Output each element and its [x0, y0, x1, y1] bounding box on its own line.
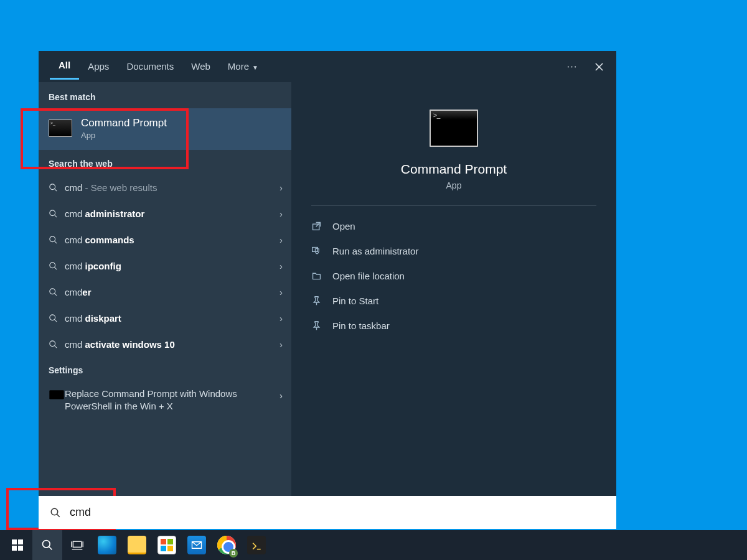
- shield-icon: [311, 246, 322, 256]
- best-match-heading: Best match: [39, 90, 291, 108]
- tab-documents[interactable]: Documents: [118, 55, 182, 79]
- web-result[interactable]: cmd diskpart ›: [39, 306, 291, 332]
- web-result-label: cmd administrator: [65, 208, 280, 219]
- svg-point-13: [50, 289, 55, 294]
- svg-rect-30: [12, 546, 17, 551]
- folder-icon: [311, 271, 322, 281]
- svg-line-8: [54, 215, 57, 217]
- svg-point-5: [50, 184, 55, 190]
- chevron-right-icon: ›: [280, 390, 283, 401]
- start-button[interactable]: [2, 530, 32, 560]
- action-pin-to-start[interactable]: Pin to Start: [311, 288, 596, 313]
- taskbar-app-file-explorer[interactable]: [122, 530, 152, 560]
- close-button[interactable]: [588, 55, 610, 78]
- web-result-label: cmd activate windows 10: [65, 339, 280, 350]
- svg-point-9: [50, 236, 55, 242]
- search-icon: [49, 340, 58, 349]
- svg-rect-28: [12, 539, 17, 544]
- web-result[interactable]: cmd ipconfig ›: [39, 253, 291, 279]
- command-prompt-icon: [430, 110, 478, 147]
- web-result-label: cmd ipconfig: [65, 261, 280, 271]
- settings-result[interactable]: Replace Command Prompt with Windows Powe…: [39, 381, 291, 419]
- action-run-as-administrator[interactable]: Run as administrator: [311, 238, 596, 263]
- web-result[interactable]: cmd activate windows 10 ›: [39, 332, 291, 358]
- details-subtitle: App: [311, 180, 596, 190]
- svg-point-1: [571, 66, 572, 67]
- web-result[interactable]: cmd administrator ›: [39, 201, 291, 227]
- search-icon: [49, 209, 58, 218]
- tab-all[interactable]: All: [50, 54, 79, 80]
- search-icon: [50, 507, 61, 518]
- svg-point-26: [51, 508, 58, 515]
- settings-heading: Settings: [39, 363, 291, 381]
- web-result-label: cmd commands: [65, 235, 280, 245]
- web-result[interactable]: cmd commands ›: [39, 227, 291, 253]
- web-result-label: cmd diskpart: [65, 313, 280, 324]
- tab-more[interactable]: More▼: [219, 55, 267, 79]
- taskbar-search-button[interactable]: [32, 530, 62, 560]
- taskbar-app-chrome[interactable]: B: [212, 530, 242, 560]
- web-result-label: cmder: [65, 287, 280, 297]
- svg-line-6: [54, 189, 57, 191]
- best-match-subtitle: App: [81, 131, 167, 140]
- action-open-file-location[interactable]: Open file location: [311, 263, 596, 288]
- web-result[interactable]: cmder ›: [39, 279, 291, 306]
- svg-rect-31: [18, 546, 23, 551]
- svg-rect-29: [18, 539, 23, 544]
- chevron-right-icon: ›: [280, 261, 283, 271]
- action-open[interactable]: Open: [311, 213, 596, 238]
- search-box[interactable]: [39, 496, 616, 529]
- pin-icon: [311, 320, 322, 331]
- svg-point-32: [43, 541, 50, 548]
- svg-rect-19: [49, 390, 63, 399]
- search-icon: [49, 261, 58, 271]
- tab-web[interactable]: Web: [182, 55, 219, 79]
- start-search-panel: All Apps Documents Web More▼ Best match …: [39, 51, 616, 496]
- svg-line-18: [54, 345, 57, 348]
- settings-result-label: Replace Command Prompt with Windows Powe…: [65, 388, 280, 413]
- open-icon: [311, 221, 322, 231]
- svg-line-14: [54, 293, 57, 296]
- task-view-button[interactable]: [62, 530, 92, 560]
- web-result-label: cmd - See web results: [65, 182, 280, 193]
- svg-point-2: [575, 66, 576, 67]
- search-icon: [49, 314, 58, 323]
- chevron-right-icon: ›: [280, 339, 283, 350]
- search-icon: [49, 183, 58, 192]
- svg-point-15: [50, 315, 55, 320]
- tab-apps[interactable]: Apps: [79, 55, 118, 79]
- svg-point-11: [50, 263, 55, 268]
- svg-line-10: [54, 241, 57, 243]
- svg-rect-34: [73, 541, 81, 547]
- chevron-right-icon: ›: [280, 313, 283, 324]
- search-icon: [49, 287, 58, 297]
- action-pin-to-taskbar[interactable]: Pin to taskbar: [311, 313, 596, 338]
- best-match-result[interactable]: Command Prompt App: [39, 108, 291, 150]
- svg-line-27: [57, 514, 60, 517]
- details-pane: Command Prompt App Open Run as administr…: [291, 82, 616, 496]
- more-options-button[interactable]: [560, 55, 583, 78]
- monitor-icon: [49, 390, 65, 403]
- svg-line-16: [54, 319, 57, 322]
- results-pane: Best match Command Prompt App Search the…: [39, 82, 291, 496]
- details-title: Command Prompt: [311, 162, 596, 177]
- search-icon: [49, 235, 58, 245]
- divider: [311, 205, 596, 206]
- search-input[interactable]: [70, 506, 605, 519]
- chrome-profile-badge: B: [229, 549, 238, 558]
- svg-point-0: [567, 66, 568, 67]
- svg-point-17: [50, 341, 55, 347]
- chevron-right-icon: ›: [280, 182, 283, 193]
- taskbar-app-mail[interactable]: [182, 530, 212, 560]
- taskbar-app-microsoft-store[interactable]: [152, 530, 182, 560]
- pin-icon: [311, 296, 322, 306]
- taskbar-app-terminal[interactable]: [242, 530, 271, 560]
- chevron-down-icon: ▼: [252, 64, 258, 71]
- svg-line-33: [49, 547, 52, 550]
- chevron-right-icon: ›: [280, 208, 283, 219]
- best-match-title: Command Prompt: [81, 117, 167, 129]
- svg-point-7: [50, 210, 55, 216]
- web-result[interactable]: cmd - See web results ›: [39, 175, 291, 201]
- chevron-right-icon: ›: [280, 287, 283, 297]
- taskbar-app-edge[interactable]: [92, 530, 122, 560]
